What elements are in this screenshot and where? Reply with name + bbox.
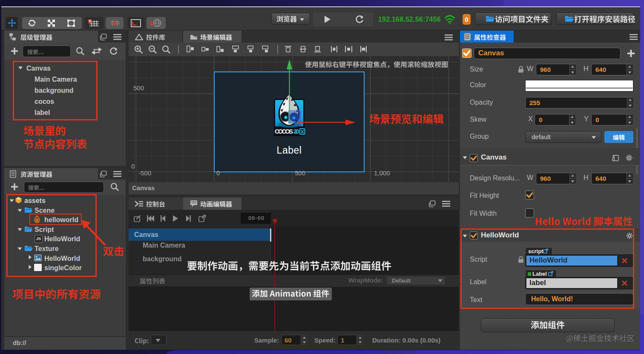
svg-text:COCOS: COCOS [275,128,293,135]
svg-text:20: 20 [293,128,299,135]
